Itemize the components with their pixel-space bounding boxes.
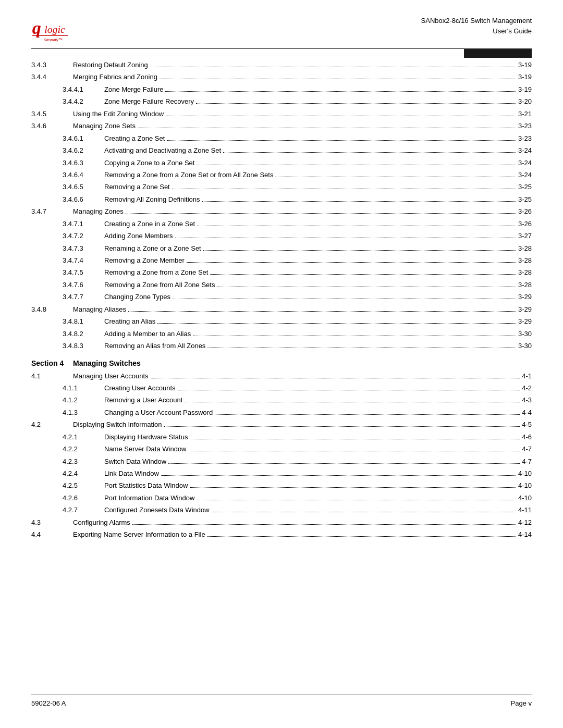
toc-page: 3-29	[518, 304, 532, 315]
svg-text:logic: logic	[44, 23, 65, 35]
toc-number: 4.2.1	[31, 431, 104, 442]
toc-page: 3-24	[518, 169, 532, 180]
toc-number: 4.1.1	[31, 382, 104, 393]
toc-row: 3.4.7.4Removing a Zone Member3-28	[31, 255, 532, 266]
toc-row: 4.2.1Displaying Hardware Status4-6	[31, 431, 532, 442]
toc-title-dots: Restoring Default Zoning3-19	[73, 59, 532, 70]
toc-dots	[197, 165, 516, 165]
svg-text:q: q	[32, 18, 41, 38]
toc-title-dots: Removing a User Account4-3	[104, 394, 532, 405]
toc-number: 3.4.6.6	[31, 194, 104, 205]
toc-number: 4.2.6	[31, 492, 104, 503]
toc-dots	[161, 475, 516, 476]
toc-dots	[164, 426, 520, 427]
toc-title-dots: Removing a Zone from a Zone Set3-28	[104, 267, 532, 278]
toc-title-dots: Removing a Zone from All Zone Sets3-28	[104, 279, 532, 290]
toc-number: 4.3	[31, 517, 73, 528]
toc-row: 4.2.4Link Data Window4-10	[31, 468, 532, 479]
header-black-bar	[464, 48, 532, 58]
toc-page: 4-5	[522, 419, 532, 430]
toc-number: 3.4.7.3	[31, 243, 104, 254]
toc-row: 3.4.3Restoring Default Zoning3-19	[31, 59, 532, 70]
toc-row: 4.1.2Removing a User Account4-3	[31, 394, 532, 405]
toc-title-dots: Removing a Zone Member3-28	[104, 255, 532, 266]
toc-title-dots: Merging Fabrics and Zoning3-19	[73, 71, 532, 82]
toc-dots	[197, 226, 516, 226]
toc-row: 4.1.1Creating User Accounts4-2	[31, 382, 532, 393]
toc-title: Removing an Alias from All Zones	[104, 340, 205, 351]
toc-number: 3.4.7.1	[31, 218, 104, 229]
toc-row: 3.4.8.1Creating an Alias3-29	[31, 316, 532, 327]
toc-title-dots: Displaying Switch Information4-5	[73, 419, 532, 430]
toc-row: 4.2.3Switch Data Window4-7	[31, 456, 532, 467]
toc-title: Zone Merge Failure Recovery	[104, 96, 194, 107]
toc-title: Creating a Zone in a Zone Set	[104, 218, 195, 229]
toc-row: 3.4.4.2Zone Merge Failure Recovery3-20	[31, 96, 532, 107]
toc-title-dots: Switch Data Window4-7	[104, 456, 532, 467]
toc-title-dots: Removing All Zoning Definitions3-25	[104, 194, 532, 205]
toc-dots	[175, 238, 516, 238]
header-title-line2: User's Guide	[421, 26, 532, 36]
section-title: Managing Switches	[73, 359, 141, 367]
toc-title: Renaming a Zone or a Zone Set	[104, 243, 201, 254]
toc-title-dots: Zone Merge Failure Recovery3-20	[104, 96, 532, 107]
toc-title-dots: Zone Merge Failure3-19	[104, 84, 532, 95]
toc-dots	[160, 79, 516, 79]
toc-page: 3-28	[518, 255, 532, 266]
toc-row: 3.4.6.2Activating and Deactivating a Zon…	[31, 145, 532, 156]
toc-title: Link Data Window	[104, 468, 159, 479]
toc-title: Creating an Alias	[104, 316, 155, 327]
toc-title-dots: Copying a Zone to a Zone Set3-24	[104, 157, 532, 168]
toc-dots	[207, 348, 516, 348]
toc-title-dots: Managing Zones3-26	[73, 206, 532, 217]
toc-page: 3-23	[518, 120, 532, 131]
toc-dots	[190, 487, 516, 488]
toc-number: 3.4.3	[31, 59, 73, 70]
toc-number: 4.1	[31, 371, 73, 381]
toc-page: 3-28	[518, 243, 532, 254]
toc-title: Creating User Accounts	[104, 382, 176, 393]
toc-title-dots: Removing an Alias from All Zones3-30	[104, 340, 532, 351]
toc-title-dots: Link Data Window4-10	[104, 468, 532, 479]
toc-row: 3.4.8.2Adding a Member to an Alias3-30	[31, 328, 532, 339]
toc-dots	[275, 177, 516, 177]
toc-row: 4.2.5Port Statistics Data Window4-10	[31, 480, 532, 491]
toc-dots	[196, 103, 516, 104]
toc-title: Removing All Zoning Definitions	[104, 194, 200, 205]
toc-dots	[185, 402, 520, 402]
toc-row: 3.4.7.1Creating a Zone in a Zone Set3-26	[31, 218, 532, 229]
toc-page: 3-29	[518, 316, 532, 327]
toc-title-dots: Creating a Zone in a Zone Set3-26	[104, 218, 532, 229]
toc-row: 3.4.7.6Removing a Zone from All Zone Set…	[31, 279, 532, 290]
toc-title: Creating a Zone Set	[104, 133, 165, 144]
toc-row: 4.4Exporting Name Server Information to …	[31, 529, 532, 540]
toc-title: Removing a Zone Member	[104, 255, 185, 266]
toc-page: 3-27	[518, 230, 532, 241]
toc-title-dots: Port Information Data Window4-10	[104, 492, 532, 503]
toc-title: Exporting Name Server Information to a F…	[73, 529, 205, 540]
toc-page: 3-24	[518, 157, 532, 168]
toc-title: Switch Data Window	[104, 456, 166, 467]
toc-dots	[151, 378, 520, 378]
toc-dots	[173, 299, 516, 299]
toc-number: 3.4.6	[31, 120, 73, 131]
toc-number: 3.4.6.2	[31, 145, 104, 156]
toc-row: 3.4.6Managing Zone Sets3-23	[31, 120, 532, 131]
toc-title: Removing a Zone from a Zone Set or from …	[104, 169, 273, 180]
toc-number: 3.4.4.2	[31, 96, 104, 107]
toc-number: 3.4.6.4	[31, 169, 104, 180]
toc-dots	[166, 116, 516, 116]
toc-page: 4-10	[518, 492, 532, 503]
toc-title: Zone Merge Failure	[104, 84, 163, 95]
toc-dots	[215, 414, 520, 415]
toc-title-dots: Using the Edit Zoning Window3-21	[73, 108, 532, 119]
qlogic-logo: q logic Simplify™	[31, 16, 78, 44]
toc-title-dots: Adding a Member to an Alias3-30	[104, 328, 532, 339]
toc-page: 3-25	[518, 194, 532, 205]
toc-title-dots: Removing a Zone Set3-25	[104, 181, 532, 192]
toc-row: 3.4.6.6Removing All Zoning Definitions3-…	[31, 194, 532, 205]
toc-number: 4.2.4	[31, 468, 104, 479]
toc-title-dots: Adding Zone Members3-27	[104, 230, 532, 241]
toc-dots	[223, 152, 516, 153]
toc-number: 3.4.7	[31, 206, 73, 217]
